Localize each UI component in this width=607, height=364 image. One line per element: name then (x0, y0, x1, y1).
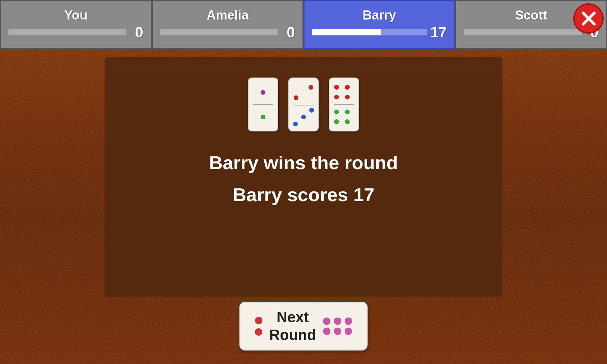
dot (261, 115, 265, 119)
dot (334, 328, 341, 335)
dot (345, 119, 350, 124)
dot (345, 85, 350, 90)
win-score: Barry scores 17 (111, 184, 496, 206)
domino-1 (248, 78, 278, 131)
score-row-you: 0 (8, 24, 143, 41)
player-score-you: You 0 (0, 0, 152, 49)
player-name-scott: Scott (515, 8, 547, 23)
dot (334, 95, 339, 99)
dot (293, 122, 298, 126)
dot (334, 317, 341, 325)
domino-3-bottom (331, 105, 356, 128)
dot (334, 85, 339, 90)
score-bar-fill-barry (312, 29, 381, 35)
score-value-barry: 17 (430, 24, 447, 41)
score-row-amelia: 0 (160, 24, 295, 41)
domino-3-divider (334, 104, 354, 105)
next-round-label: NextRound (269, 308, 316, 344)
player-name-amelia: Amelia (207, 8, 249, 23)
score-bar-scott (464, 29, 582, 35)
score-value-you: 0 (130, 24, 143, 41)
dot (345, 95, 350, 99)
score-bar-barry (312, 29, 427, 35)
dot (345, 110, 350, 114)
domino-1-divider (253, 104, 273, 105)
dot (334, 110, 339, 114)
dot (255, 317, 262, 324)
game-panel: Barry wins the round Barry scores 17 (105, 57, 502, 297)
win-message-area: Barry wins the round Barry scores 17 (105, 142, 502, 212)
player-score-barry: Barry 17 (304, 0, 455, 49)
dot (301, 115, 306, 119)
player-name-you: You (64, 8, 88, 23)
dot (345, 317, 352, 325)
dot (323, 328, 330, 335)
button-dots-right (323, 317, 352, 335)
close-button[interactable] (573, 3, 604, 34)
score-bar-amelia (160, 29, 278, 35)
dot (261, 90, 265, 95)
domino-1-bottom (251, 105, 276, 128)
scoreboard: You 0 Amelia 0 Barry 17 Scott (0, 0, 607, 49)
score-bar-you (8, 29, 126, 35)
player-score-amelia: Amelia 0 (152, 0, 304, 49)
dot (334, 119, 339, 124)
next-round-button[interactable]: NextRound (239, 302, 368, 351)
button-dots-left (255, 317, 262, 336)
domino-2 (288, 78, 319, 131)
domino-1-top (251, 81, 276, 103)
domino-2-divider (293, 105, 313, 105)
win-title: Barry wins the round (111, 152, 496, 174)
dot (294, 95, 298, 100)
domino-3 (329, 78, 359, 131)
dominoes-area (105, 57, 502, 142)
score-value-amelia: 0 (282, 24, 295, 41)
dot (345, 328, 352, 335)
domino-2-top (291, 81, 316, 104)
domino-2-bottom (291, 106, 316, 128)
player-name-barry: Barry (363, 8, 396, 23)
dot (309, 108, 314, 113)
domino-3-top (331, 81, 356, 103)
dot (309, 85, 313, 90)
dot (255, 328, 262, 336)
dot (323, 317, 330, 325)
score-row-barry: 17 (312, 24, 447, 41)
